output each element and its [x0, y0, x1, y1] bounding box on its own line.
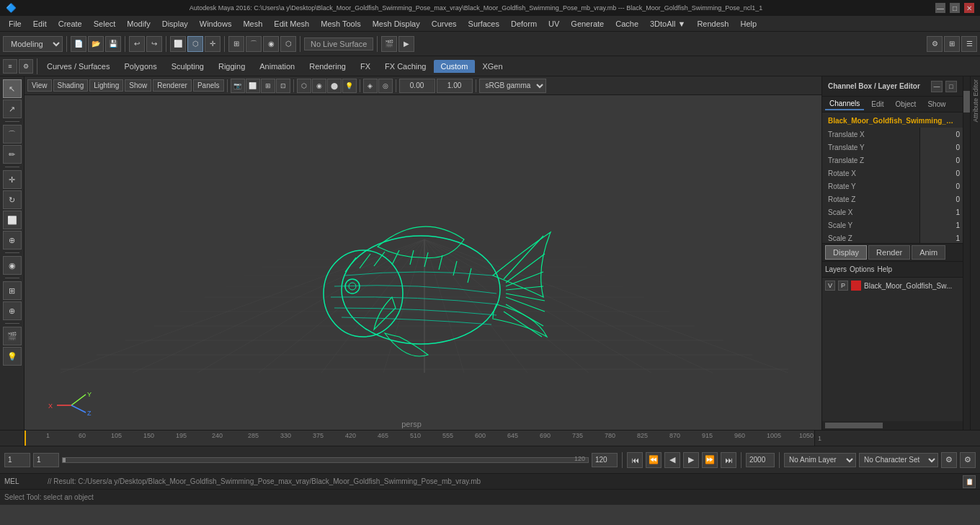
settings-button[interactable]: ⚙ — [927, 36, 943, 52]
timeline-ruler[interactable]: 1 60 105 150 195 240 285 330 375 420 465… — [24, 431, 814, 446]
lasso-tool[interactable]: ⬡ — [187, 36, 203, 52]
play-back-button[interactable]: ◀ — [664, 452, 680, 468]
menu-deform[interactable]: Deform — [505, 18, 543, 30]
cb-tab-show[interactable]: Show — [923, 99, 950, 110]
component-select-button[interactable]: ↗ — [3, 100, 22, 118]
lasso-select-button[interactable]: ⌒ — [3, 125, 22, 144]
universal-manip-button[interactable]: ⊕ — [3, 231, 22, 250]
snap-point[interactable]: ◉ — [263, 36, 279, 52]
menu-file[interactable]: File — [3, 18, 27, 30]
snap-surface[interactable]: ⬡ — [280, 36, 296, 52]
shading-menu[interactable]: Shading — [53, 79, 89, 92]
wire-button[interactable]: ⬡ — [297, 79, 311, 93]
shelf-tab-xgen[interactable]: XGen — [475, 60, 509, 73]
cb-tab-object[interactable]: Object — [891, 99, 921, 110]
range-thumb[interactable] — [63, 458, 66, 462]
shelf-tab-custom[interactable]: Custom — [434, 60, 476, 73]
cb-horizontal-scrollbar[interactable] — [822, 421, 963, 430]
menu-edit[interactable]: Edit — [27, 18, 53, 30]
viewport-canvas[interactable]: Y Z X persp — [24, 95, 821, 430]
fps-field[interactable]: 2000 — [746, 453, 775, 467]
minimize-button[interactable]: — — [935, 3, 945, 13]
menu-create[interactable]: Create — [53, 18, 88, 30]
object-name[interactable]: Black_Moor_Goldfish_Swimming_Pos... — [822, 114, 963, 128]
move-button[interactable]: ✛ — [3, 170, 22, 189]
options-tab[interactable]: Options — [850, 265, 874, 273]
render-view-button[interactable]: 🎬 — [3, 327, 22, 345]
shelf-tab-animation[interactable]: Animation — [252, 60, 302, 73]
snap-curve[interactable]: ⌒ — [246, 36, 262, 52]
exposure-value[interactable]: 0.00 — [399, 79, 435, 93]
soft-select-button[interactable]: ◉ — [3, 256, 22, 275]
anim-layer-select[interactable]: No Anim Layer — [784, 453, 856, 467]
shelf-tab-polygons[interactable]: Polygons — [117, 60, 164, 73]
light-button[interactable]: 💡 — [342, 79, 357, 93]
layout-button[interactable]: ⊞ — [944, 36, 960, 52]
cb-tab-channels[interactable]: Channels — [825, 98, 864, 110]
attribute-editor-vtab[interactable]: Attribute Editor — [970, 76, 980, 430]
menu-display[interactable]: Display — [156, 18, 194, 30]
open-button[interactable]: 📂 — [88, 36, 104, 52]
color-profile-select[interactable]: sRGB gamma — [479, 79, 546, 93]
playback-range[interactable]: 120 — [62, 457, 589, 463]
step-forward-button[interactable]: ⏩ — [702, 452, 718, 468]
snap-to-button[interactable]: ⊞ — [3, 281, 22, 300]
menu-uv[interactable]: UV — [543, 18, 565, 30]
cb-minimize-button[interactable]: — — [931, 81, 943, 92]
display-tab[interactable]: Display — [825, 245, 867, 260]
select-tool-button[interactable]: ↖ — [3, 79, 22, 98]
shelf-tab-sculpting[interactable]: Sculpting — [164, 60, 211, 73]
isolate-button[interactable]: ◈ — [363, 79, 378, 93]
layer-color-swatch[interactable] — [851, 281, 861, 291]
cb-maximize-button[interactable]: □ — [945, 81, 957, 92]
shader-button[interactable]: 💡 — [3, 347, 22, 366]
start-frame-field[interactable]: 1 — [4, 453, 30, 467]
status-copy-button[interactable]: 📋 — [963, 475, 976, 488]
options-button[interactable]: ☰ — [961, 36, 977, 52]
filmgate-button[interactable]: ⬜ — [246, 79, 260, 93]
menu-surfaces[interactable]: Surfaces — [463, 18, 505, 30]
menu-windows[interactable]: Windows — [194, 18, 238, 30]
scale-button[interactable]: ⬜ — [3, 211, 22, 229]
xray-button[interactable]: ◎ — [378, 79, 393, 93]
snap-grid[interactable]: ⊞ — [228, 36, 244, 52]
select-tool[interactable]: ⬜ — [170, 36, 186, 52]
save-button[interactable]: 💾 — [105, 36, 121, 52]
ipr-button[interactable]: ▶ — [398, 36, 414, 52]
go-start-button[interactable]: ⏮ — [627, 452, 643, 468]
gamma-value[interactable]: 1.00 — [437, 79, 473, 93]
menu-curves[interactable]: Curves — [426, 18, 463, 30]
render-button[interactable]: 🎬 — [381, 36, 397, 52]
show-manip-button[interactable]: ⊕ — [3, 301, 22, 320]
shelf-menu-button[interactable]: ≡ — [3, 59, 17, 74]
render-tab[interactable]: Render — [868, 245, 910, 260]
menu-3dto[interactable]: 3DtoAll ▼ — [644, 18, 691, 30]
layer-v-button[interactable]: V — [825, 281, 835, 291]
undo-button[interactable]: ↩ — [129, 36, 145, 52]
camera-button[interactable]: 📷 — [231, 79, 245, 93]
cb-vertical-scrollbar[interactable] — [963, 76, 970, 430]
shelf-tab-rendering[interactable]: Rendering — [302, 60, 353, 73]
char-set-select[interactable]: No Character Set — [859, 453, 938, 467]
anim-tab[interactable]: Anim — [912, 245, 945, 260]
menu-help[interactable]: Help — [734, 18, 762, 30]
renderer-menu[interactable]: Renderer — [153, 79, 192, 92]
show-menu[interactable]: Show — [125, 79, 151, 92]
menu-mesh-display[interactable]: Mesh Display — [367, 18, 426, 30]
menu-mesh[interactable]: Mesh — [237, 18, 268, 30]
go-end-button[interactable]: ⏭ — [721, 452, 736, 468]
shelf-settings-button[interactable]: ⚙ — [19, 59, 33, 74]
playback-settings-button[interactable]: ⚙ — [941, 452, 957, 468]
cb-tab-edit[interactable]: Edit — [867, 99, 888, 110]
timeline[interactable]: 1 60 105 150 195 240 285 330 375 420 465… — [0, 430, 980, 446]
menu-cache[interactable]: Cache — [610, 18, 644, 30]
maximize-button[interactable]: □ — [950, 3, 960, 13]
rotate-button[interactable]: ↻ — [3, 190, 22, 209]
step-back-button[interactable]: ⏪ — [646, 452, 662, 468]
move-tool[interactable]: ✛ — [205, 36, 220, 52]
grid-button[interactable]: ⊞ — [261, 79, 275, 93]
mode-select[interactable]: Modeling Rigging Animation — [3, 36, 63, 52]
end-frame-field[interactable]: 120 — [592, 453, 618, 467]
menu-select[interactable]: Select — [88, 18, 122, 30]
help-tab[interactable]: Help — [877, 265, 892, 273]
